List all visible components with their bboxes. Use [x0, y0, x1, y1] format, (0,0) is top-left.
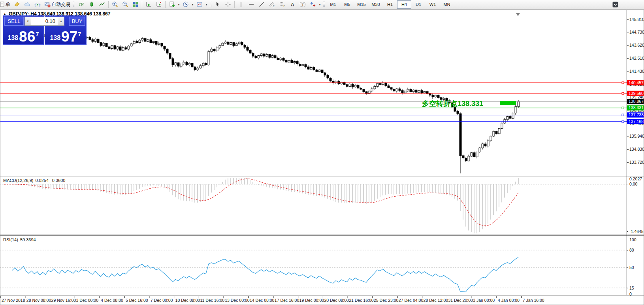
trendline-button[interactable]: [256, 0, 267, 8]
candle-body: [241, 42, 243, 45]
candle-body: [316, 70, 318, 71]
svg-text:A: A: [291, 2, 294, 8]
hline-handle[interactable]: [622, 82, 624, 84]
arrows-dropdown-icon[interactable]: ▾: [318, 3, 322, 6]
horizontal-line-button[interactable]: [246, 0, 256, 8]
tf-button-H1[interactable]: H1: [383, 0, 397, 9]
sell-button[interactable]: SELL: [4, 17, 24, 26]
mql5-cloud-button[interactable]: [22, 0, 32, 8]
tf-button-M5[interactable]: M5: [340, 0, 354, 9]
candle-body: [103, 43, 105, 45]
templates-dropdown-icon[interactable]: ▾: [205, 3, 208, 6]
new-chart-button[interactable]: [167, 0, 177, 8]
tf-button-MN[interactable]: MN: [440, 0, 454, 9]
candle-body: [401, 91, 403, 93]
auto-scroll-icon: [145, 1, 152, 8]
tf-button-H4[interactable]: H4: [397, 0, 411, 9]
chart-shift-button[interactable]: [154, 0, 164, 8]
candle-body: [410, 89, 412, 92]
buy-price-big: 97: [61, 30, 77, 43]
price-label-text: 137.733: [629, 112, 644, 117]
candle-body: [166, 49, 168, 53]
candle-body: [518, 102, 520, 107]
candle-body: [205, 63, 207, 65]
vertical-line-button[interactable]: [236, 0, 246, 8]
candle-body: [388, 86, 390, 87]
hline-handle[interactable]: [622, 107, 624, 109]
candle-body: [180, 64, 182, 66]
toolbar-grip[interactable]: [209, 1, 211, 8]
green-zone-rect[interactable]: [500, 101, 516, 105]
autotrading-button[interactable]: 自动交易: [43, 0, 72, 8]
candle-body: [197, 68, 199, 70]
hline-handle[interactable]: [622, 121, 624, 123]
templates-button[interactable]: [194, 0, 205, 8]
time-tick-label: 31 Dec 20:00: [448, 298, 473, 303]
tf-button-M1[interactable]: M1: [326, 0, 340, 9]
candle-body: [377, 83, 378, 86]
candle-body: [277, 58, 279, 60]
buy-button[interactable]: BUY: [69, 17, 85, 26]
toolbar-grip[interactable]: [323, 1, 325, 8]
zoom-in-button[interactable]: [110, 0, 120, 8]
new-chart-dropdown-icon[interactable]: ▾: [177, 3, 181, 6]
tf-button-M30[interactable]: M30: [369, 0, 383, 9]
candle-body: [465, 158, 467, 161]
auto-scroll-button[interactable]: [143, 0, 154, 8]
candle-body: [479, 148, 481, 152]
text-label-icon: T: [299, 1, 306, 8]
candle-body: [415, 90, 417, 92]
candle-body: [385, 83, 387, 85]
equidistant-channel-button[interactable]: E: [267, 0, 277, 8]
line-chart-button[interactable]: [97, 0, 107, 8]
time-tick-label: 28 Dec 12:00: [424, 298, 448, 303]
periods-dropdown-icon[interactable]: ▾: [191, 3, 194, 6]
volume-increase-button[interactable]: ▲: [58, 17, 64, 26]
candle-body: [459, 114, 461, 155]
annotation-text[interactable]: 多空转折点138.331: [422, 100, 483, 108]
candle-body: [111, 45, 113, 48]
tf-button-M15[interactable]: M15: [354, 0, 369, 9]
collapse-triangle-icon[interactable]: ▲: [3, 12, 6, 16]
volume-decrease-button[interactable]: ▼: [24, 17, 31, 26]
tf-button-W1[interactable]: W1: [426, 0, 440, 9]
macd-name: MACD(12,26,9): [3, 178, 33, 183]
bar-chart-button[interactable]: [76, 0, 87, 8]
tile-windows-button[interactable]: [130, 0, 141, 8]
candlestick-icon: [89, 1, 95, 8]
chart-shift-icon: [156, 1, 162, 8]
line-chart-icon: [99, 1, 105, 8]
candle-body: [421, 91, 423, 93]
candle-body: [97, 39, 99, 43]
fibonacci-button[interactable]: F: [277, 0, 287, 8]
chart-background: [0, 9, 644, 305]
arrows-button[interactable]: [308, 0, 318, 8]
candle-body: [108, 47, 110, 48]
periods-button[interactable]: [181, 0, 191, 8]
zoom-out-icon: [122, 1, 128, 8]
text-button[interactable]: A: [287, 0, 298, 8]
cursor-button[interactable]: [213, 0, 223, 8]
candle-body: [117, 47, 119, 49]
toolbar-grip[interactable]: [73, 1, 75, 8]
candle-body: [440, 98, 442, 99]
time-tick-label: 7 Dec 00:00: [151, 298, 173, 303]
hline-handle[interactable]: [622, 93, 624, 95]
volume-input[interactable]: 0.10: [31, 17, 58, 26]
candlestick-chart-button[interactable]: [87, 0, 97, 8]
time-tick-label: 10 Dec 08:00: [175, 298, 200, 303]
candle-body: [139, 40, 141, 43]
hline-handle[interactable]: [622, 114, 624, 116]
new-order-button[interactable]: 单: [0, 0, 12, 8]
zoom-out-button[interactable]: [120, 0, 130, 8]
crosshair-button[interactable]: [223, 0, 233, 8]
candle-body: [363, 89, 365, 92]
tf-button-D1[interactable]: D1: [411, 0, 426, 9]
chart-canvas[interactable]: 多空转折点138.331145.810144.730143.620142.510…: [0, 9, 644, 305]
sell-price-sup: 7: [36, 30, 39, 37]
text-label-button[interactable]: T: [298, 0, 308, 8]
metaeditor-button[interactable]: [12, 0, 22, 8]
signals-button[interactable]: [32, 0, 43, 8]
toolbar-separator: [108, 1, 109, 8]
toolbar-overflow-icon[interactable]: [610, 0, 620, 8]
